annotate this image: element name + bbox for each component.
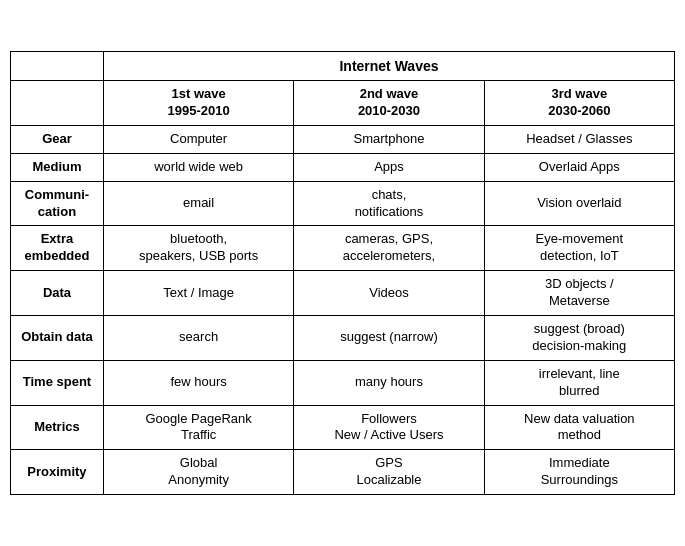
cell-wave2-row3: cameras, GPS, accelerometers,	[294, 226, 484, 271]
cell-wave3-row5: suggest (broad) decision-making	[484, 315, 674, 360]
cell-wave3-row4: 3D objects / Metaverse	[484, 271, 674, 316]
cell-wave1-row2: email	[103, 181, 293, 226]
row-header-3: Extra embedded	[11, 226, 104, 271]
empty-subheader-cell	[11, 81, 104, 126]
cell-wave2-row4: Videos	[294, 271, 484, 316]
empty-header-cell	[11, 51, 104, 80]
table-row: GearComputerSmartphoneHeadset / Glasses	[11, 125, 675, 153]
cell-wave3-row2: Vision overlaid	[484, 181, 674, 226]
cell-wave2-row5: suggest (narrow)	[294, 315, 484, 360]
row-header-0: Gear	[11, 125, 104, 153]
cell-wave3-row8: Immediate Surroundings	[484, 450, 674, 495]
table-row: Time spentfew hoursmany hoursirrelevant,…	[11, 360, 675, 405]
table-wrapper: Internet Waves 1st wave 1995-2010 2nd wa…	[10, 51, 675, 495]
row-header-6: Time spent	[11, 360, 104, 405]
cell-wave1-row5: search	[103, 315, 293, 360]
table-row: MetricsGoogle PageRank TrafficFollowers …	[11, 405, 675, 450]
internet-waves-table: Internet Waves 1st wave 1995-2010 2nd wa…	[10, 51, 675, 495]
row-header-7: Metrics	[11, 405, 104, 450]
cell-wave1-row8: Global Anonymity	[103, 450, 293, 495]
row-header-8: Proximity	[11, 450, 104, 495]
table-main-title: Internet Waves	[103, 51, 674, 80]
wave-3-header: 3rd wave 2030-2060	[484, 81, 674, 126]
cell-wave3-row1: Overlaid Apps	[484, 153, 674, 181]
row-header-4: Data	[11, 271, 104, 316]
wave-1-header: 1st wave 1995-2010	[103, 81, 293, 126]
cell-wave2-row1: Apps	[294, 153, 484, 181]
row-header-2: Communi- cation	[11, 181, 104, 226]
cell-wave3-row0: Headset / Glasses	[484, 125, 674, 153]
table-row: Mediumworld wide webAppsOverlaid Apps	[11, 153, 675, 181]
cell-wave1-row4: Text / Image	[103, 271, 293, 316]
cell-wave3-row3: Eye-movement detection, IoT	[484, 226, 674, 271]
table-row: Communi- cationemailchats, notifications…	[11, 181, 675, 226]
row-header-5: Obtain data	[11, 315, 104, 360]
cell-wave2-row2: chats, notifications	[294, 181, 484, 226]
row-header-1: Medium	[11, 153, 104, 181]
cell-wave2-row7: Followers New / Active Users	[294, 405, 484, 450]
cell-wave1-row0: Computer	[103, 125, 293, 153]
cell-wave2-row0: Smartphone	[294, 125, 484, 153]
table-row: Extra embeddedbluetooth, speakers, USB p…	[11, 226, 675, 271]
table-row: Obtain datasearchsuggest (narrow)suggest…	[11, 315, 675, 360]
table-row: ProximityGlobal AnonymityGPS Localizable…	[11, 450, 675, 495]
cell-wave3-row6: irrelevant, line blurred	[484, 360, 674, 405]
cell-wave1-row3: bluetooth, speakers, USB ports	[103, 226, 293, 271]
cell-wave3-row7: New data valuation method	[484, 405, 674, 450]
table-row: DataText / ImageVideos3D objects / Metav…	[11, 271, 675, 316]
cell-wave1-row7: Google PageRank Traffic	[103, 405, 293, 450]
wave-2-header: 2nd wave 2010-2030	[294, 81, 484, 126]
cell-wave2-row8: GPS Localizable	[294, 450, 484, 495]
cell-wave1-row1: world wide web	[103, 153, 293, 181]
cell-wave1-row6: few hours	[103, 360, 293, 405]
cell-wave2-row6: many hours	[294, 360, 484, 405]
